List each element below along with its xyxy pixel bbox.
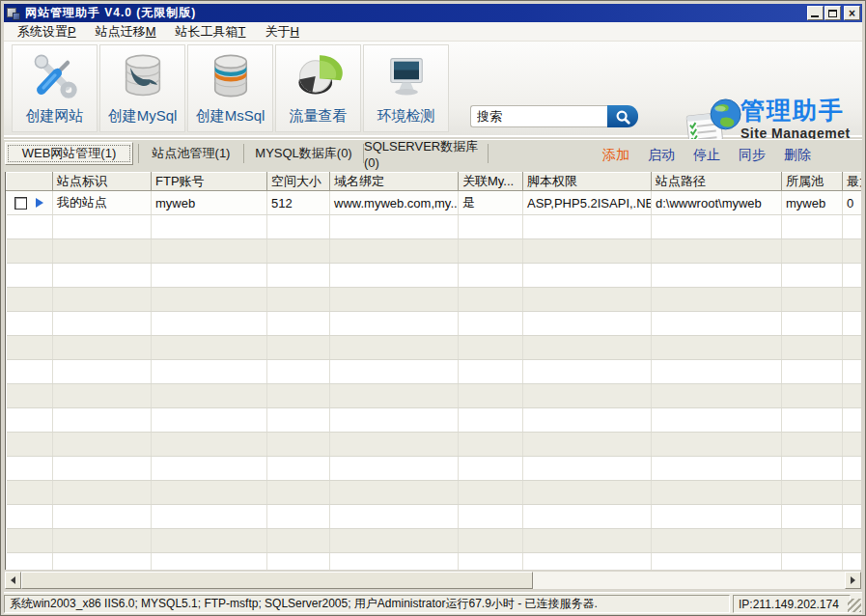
column-header-space-size[interactable]: 空间大小 bbox=[267, 173, 330, 191]
search-button[interactable] bbox=[607, 105, 638, 127]
start-site-link[interactable]: 启动 bbox=[648, 147, 675, 164]
resize-grip[interactable] bbox=[848, 599, 861, 612]
empty-table-row bbox=[7, 239, 862, 264]
table-row[interactable]: 我的站点 myweb 512 www.myweb.com,my... 是 ASP… bbox=[7, 191, 862, 215]
cell-site-path: d:\wwwroot\myweb bbox=[652, 191, 782, 215]
tab-separator bbox=[363, 144, 364, 163]
create-website-button[interactable]: 创建网站 bbox=[12, 44, 98, 132]
column-header-ftp-account[interactable]: FTP账号 bbox=[152, 173, 267, 191]
menu-item-system-settings[interactable]: 系统设置P bbox=[8, 21, 86, 42]
tab-site-pool-management[interactable]: 站点池管理(1) bbox=[139, 142, 243, 165]
site-table: 站点标识 FTP账号 空间大小 域名绑定 关联My... 脚本权限 站点路径 所… bbox=[6, 172, 861, 570]
column-header-site-path[interactable]: 站点路径 bbox=[652, 173, 782, 191]
menu-bar: 系统设置P 站点迁移M 站长工具箱T 关于H bbox=[4, 22, 862, 42]
cell-related-mysql: 是 bbox=[459, 191, 523, 215]
mssql-database-icon bbox=[206, 51, 256, 101]
table-header-row: 站点标识 FTP账号 空间大小 域名绑定 关联My... 脚本权限 站点路径 所… bbox=[7, 173, 862, 191]
tab-separator bbox=[138, 144, 139, 163]
close-icon: × bbox=[849, 9, 855, 18]
column-header-owning-pool[interactable]: 所属池 bbox=[782, 173, 843, 191]
maximize-icon bbox=[828, 10, 837, 17]
minimize-button[interactable] bbox=[807, 6, 824, 20]
tab-separator bbox=[243, 144, 244, 163]
scroll-left-button[interactable] bbox=[5, 572, 21, 589]
column-header-max[interactable]: 最大 bbox=[843, 173, 862, 191]
cell-space-size: 512 bbox=[267, 191, 330, 215]
stop-site-link[interactable]: 停止 bbox=[693, 147, 720, 164]
close-button[interactable]: × bbox=[844, 6, 860, 20]
site-list: 站点标识 FTP账号 空间大小 域名绑定 关联My... 脚本权限 站点路径 所… bbox=[5, 172, 861, 570]
sync-site-link[interactable]: 同步 bbox=[739, 147, 766, 164]
search-box bbox=[470, 105, 638, 127]
cell-max: 0 bbox=[843, 191, 862, 215]
empty-table-row bbox=[7, 288, 862, 312]
horizontal-scrollbar[interactable] bbox=[5, 572, 861, 589]
cell-ftp-account: myweb bbox=[152, 191, 267, 215]
empty-table-row bbox=[7, 336, 862, 360]
empty-table-row bbox=[7, 505, 862, 529]
arrow-right-icon bbox=[851, 576, 855, 584]
cell-owning-pool: myweb bbox=[782, 191, 843, 215]
empty-table-row bbox=[7, 408, 862, 433]
empty-table-row bbox=[7, 481, 862, 505]
app-icon bbox=[7, 7, 21, 20]
empty-table-row bbox=[7, 457, 862, 481]
create-mysql-button[interactable]: 创建MySql bbox=[99, 44, 185, 132]
app-window: 网站管理助手 V4.0 (无限制版) × 系统设置P 站点迁移M 站长工具箱T … bbox=[0, 0, 866, 616]
tool-button-label: 创建网站 bbox=[26, 107, 84, 126]
empty-table-row bbox=[7, 312, 862, 336]
row-checkbox[interactable] bbox=[14, 197, 27, 210]
pie-chart-icon bbox=[293, 51, 344, 101]
column-header-domain-binding[interactable]: 域名绑定 bbox=[330, 173, 459, 191]
cell-script-permission: ASP,PHP5.2ISAPI,.NE... bbox=[523, 191, 652, 215]
empty-table-row bbox=[7, 360, 862, 384]
empty-table-row bbox=[7, 215, 862, 239]
tool-button-label: 流量查看 bbox=[290, 107, 348, 126]
empty-table-row bbox=[7, 264, 862, 288]
monitor-icon bbox=[381, 51, 432, 101]
mysql-database-icon bbox=[118, 51, 168, 101]
minimize-icon bbox=[811, 15, 819, 17]
cell-domain-binding: www.myweb.com,my... bbox=[330, 191, 459, 215]
tab-web-site-management[interactable]: WEB网站管理(1) bbox=[5, 142, 133, 165]
tab-strip: WEB网站管理(1) 站点池管理(1) MYSQL数据库(0) SQLSERVE… bbox=[4, 139, 862, 172]
toolbar: 创建网站 创建MySql 创建MsSql bbox=[4, 42, 862, 137]
scroll-right-button[interactable] bbox=[845, 572, 861, 589]
column-header-related-mysql[interactable]: 关联My... bbox=[459, 173, 523, 191]
tab-mysql-database[interactable]: MYSQL数据库(0) bbox=[244, 142, 363, 165]
row-select-cell bbox=[7, 191, 53, 215]
running-status-icon bbox=[36, 198, 43, 208]
action-links: 添加 启动 停止 同步 删除 bbox=[602, 147, 811, 164]
environment-check-button[interactable]: 环境检测 bbox=[363, 44, 449, 132]
scrollbar-thumb[interactable] bbox=[21, 572, 533, 589]
cell-site-id: 我的站点 bbox=[53, 191, 152, 215]
traffic-view-button[interactable]: 流量查看 bbox=[275, 44, 361, 132]
arrow-left-icon bbox=[11, 576, 15, 584]
title-bar: 网站管理助手 V4.0 (无限制版) × bbox=[4, 4, 862, 22]
column-header-site-id[interactable]: 站点标识 bbox=[53, 173, 152, 191]
empty-table-row bbox=[7, 384, 862, 408]
menu-item-site-migration[interactable]: 站点迁移M bbox=[86, 21, 166, 42]
delete-site-link[interactable]: 删除 bbox=[784, 147, 811, 164]
tab-sqlserver-database[interactable]: SQLSERVER数据库(0) bbox=[364, 142, 488, 165]
tool-button-label: 创建MySql bbox=[108, 107, 178, 126]
search-icon bbox=[614, 108, 631, 126]
logo-title: 管理助手 bbox=[740, 98, 866, 123]
column-header-select[interactable] bbox=[7, 173, 53, 191]
maximize-button[interactable] bbox=[824, 6, 841, 20]
menu-item-about[interactable]: 关于H bbox=[255, 21, 308, 42]
tab-separator bbox=[488, 144, 489, 163]
search-input[interactable] bbox=[470, 105, 607, 127]
window-title: 网站管理助手 V4.0 (无限制版) bbox=[25, 5, 196, 21]
empty-table-row bbox=[7, 433, 862, 457]
status-ip: IP:211.149.202.174 bbox=[733, 595, 851, 613]
create-mssql-button[interactable]: 创建MsSql bbox=[187, 44, 273, 132]
tool-button-label: 创建MsSql bbox=[196, 107, 265, 126]
status-bar: 系统win2003_x86 IIS6.0; MYSQL5.1; FTP-msft… bbox=[4, 592, 862, 614]
tool-button-label: 环境检测 bbox=[377, 107, 435, 126]
empty-table-row bbox=[7, 529, 862, 553]
tools-icon bbox=[30, 51, 80, 101]
add-site-link[interactable]: 添加 bbox=[602, 147, 629, 164]
menu-item-webmaster-toolbox[interactable]: 站长工具箱T bbox=[166, 21, 256, 42]
column-header-script-permission[interactable]: 脚本权限 bbox=[523, 173, 652, 191]
